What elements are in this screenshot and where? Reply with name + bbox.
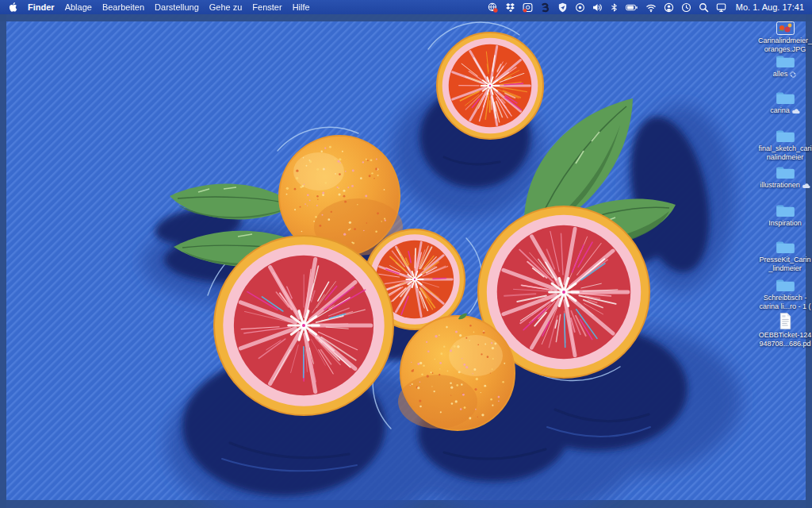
folder-icon	[776, 52, 795, 68]
spotlight-icon[interactable]	[699, 2, 709, 13]
desktop-icon-oebb-ticket-pdf[interactable]: OEBBTicket-124 948708...686.pd	[749, 311, 812, 348]
menu-fenster[interactable]: Fenster	[252, 2, 282, 12]
desktop-icon-column: Carinalindmeier_ oranges.JPG alles	[749, 14, 812, 508]
volume-icon[interactable]	[592, 2, 603, 13]
user-switch-icon[interactable]	[664, 2, 674, 13]
desktop-icon-carina[interactable]: carina	[749, 89, 812, 115]
folder-icon	[776, 164, 795, 179]
menu-bar-status-area: Mo. 1. Aug. 17:41	[488, 2, 804, 13]
pdf-file-icon	[779, 311, 792, 329]
image-file-icon	[776, 19, 795, 35]
desktop-icon-pressekit[interactable]: PresseKit_Carin _lindmeier	[749, 238, 812, 273]
apple-menu-icon[interactable]	[8, 2, 17, 13]
folder-icon	[776, 89, 795, 105]
half-grapefruit-left	[214, 236, 393, 415]
dropbox-icon[interactable]	[505, 2, 515, 13]
menu-hilfe[interactable]: Hilfe	[293, 2, 310, 12]
shield-location-icon[interactable]	[557, 2, 568, 13]
desktop-icon-inspiration[interactable]: Inspiration	[749, 202, 812, 228]
menu-app-name[interactable]: Finder	[28, 2, 55, 12]
focus-circle-icon[interactable]	[575, 2, 585, 13]
sync-globe-icon[interactable]	[488, 2, 498, 13]
folder-icon	[776, 238, 795, 254]
menu-bearbeiten[interactable]: Bearbeiten	[102, 2, 144, 12]
sync-badge-icon	[789, 71, 797, 79]
desktop-icon-schreibtisch[interactable]: Schreibtisch - carina li...ro - 1 (	[749, 276, 812, 311]
desktop-icon-final-sketch[interactable]: final_sketch_cari nalindmeier	[749, 127, 812, 162]
menu-bar-clock[interactable]: Mo. 1. Aug. 17:41	[736, 2, 804, 12]
icloud-badge-icon	[802, 183, 810, 189]
battery-icon[interactable]	[626, 2, 638, 13]
half-blood-orange-top	[437, 33, 543, 139]
bluetooth-icon[interactable]	[610, 2, 619, 13]
desktop-icon-label: Carinalindmeier_ oranges.JPG	[758, 37, 812, 54]
menu-darstellung[interactable]: Darstellung	[155, 2, 199, 12]
menu-gehe-zu[interactable]: Gehe zu	[209, 2, 243, 12]
clock-icon[interactable]	[681, 2, 691, 13]
display-icon[interactable]	[716, 2, 726, 13]
icloud-badge-icon	[791, 108, 800, 114]
wifi-icon[interactable]	[645, 2, 657, 13]
camera-app-icon[interactable]	[523, 2, 533, 13]
desktop-icon-illustrationen[interactable]: illustrationen	[749, 164, 812, 190]
menu-bar: Finder Ablage Bearbeiten Darstellung Geh…	[0, 0, 812, 14]
desktop-area[interactable]: Carinalindmeier_ oranges.JPG alles	[0, 14, 812, 508]
app-3-icon[interactable]	[540, 2, 550, 13]
folder-icon	[776, 127, 795, 143]
desktop-icon-alles[interactable]: alles	[749, 52, 812, 79]
wallpaper-illustration	[0, 14, 812, 508]
menu-ablage[interactable]: Ablage	[65, 2, 92, 12]
folder-icon	[776, 276, 795, 292]
macos-desktop: { "menu_bar": { "app_name": "Finder", "m…	[0, 0, 812, 508]
folder-icon	[776, 202, 795, 217]
desktop-icon-oranges-jpg[interactable]: Carinalindmeier_ oranges.JPG	[749, 19, 812, 54]
